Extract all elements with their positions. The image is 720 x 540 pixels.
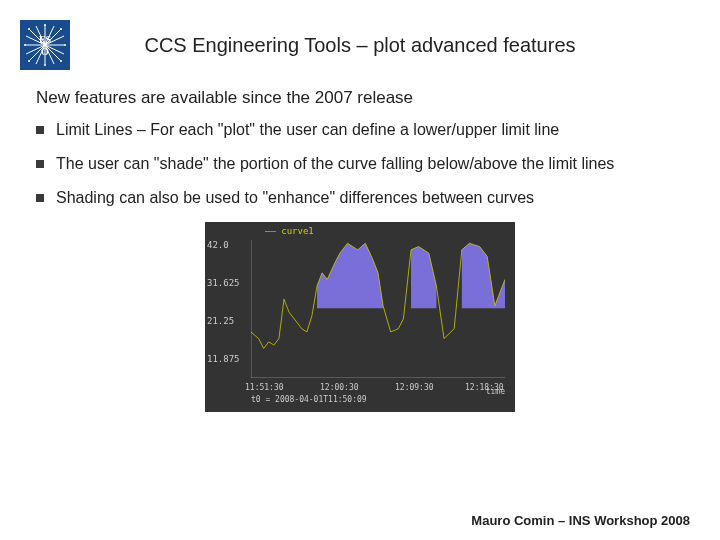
svg-point-15 xyxy=(60,60,62,62)
svg-point-13 xyxy=(64,44,66,46)
bullet-item: Limit Lines – For each "plot" the user c… xyxy=(36,120,684,140)
xtick: 12:00:30 xyxy=(320,383,359,392)
slide-footer: Mauro Comin – INS Workshop 2008 xyxy=(471,513,690,528)
svg-point-17 xyxy=(28,60,30,62)
plot-area xyxy=(251,240,505,378)
bullet-list: Limit Lines – For each "plot" the user c… xyxy=(0,120,720,208)
ytick: 21.25 xyxy=(207,316,234,326)
eso-logo: ES O xyxy=(20,20,70,70)
svg-point-11 xyxy=(44,64,46,66)
xtick: 11:51:30 xyxy=(245,383,284,392)
xaxis-subtitle: t0 = 2008-04-01T11:50:09 xyxy=(251,395,367,404)
ytick: 11.875 xyxy=(207,354,240,364)
svg-point-10 xyxy=(44,24,46,26)
svg-point-16 xyxy=(60,28,62,30)
bullet-icon xyxy=(36,194,44,202)
bullet-icon xyxy=(36,160,44,168)
chart-thumbnail: —— curve1 42.0 31.625 21.25 11.875 11:51… xyxy=(205,222,515,412)
bullet-item: Shading can also be used to "enhance" di… xyxy=(36,188,684,208)
ytick: 31.625 xyxy=(207,278,240,288)
chart-legend: —— curve1 xyxy=(265,226,314,236)
svg-text:ES: ES xyxy=(39,34,52,45)
bullet-text: Limit Lines – For each "plot" the user c… xyxy=(56,120,559,140)
ytick: 42.0 xyxy=(207,240,229,250)
bullet-item: The user can "shade" the portion of the … xyxy=(36,154,684,174)
xaxis-title: time xyxy=(486,387,505,396)
svg-text:O: O xyxy=(41,46,49,57)
slide-title: CCS Engineering Tools – plot advanced fe… xyxy=(70,34,700,57)
bullet-icon xyxy=(36,126,44,134)
svg-point-12 xyxy=(24,44,26,46)
bullet-text: Shading can also be used to "enhance" di… xyxy=(56,188,534,208)
xtick: 12:09:30 xyxy=(395,383,434,392)
bullet-text: The user can "shade" the portion of the … xyxy=(56,154,614,174)
svg-point-14 xyxy=(28,28,30,30)
slide-subtitle: New features are available since the 200… xyxy=(0,80,720,120)
